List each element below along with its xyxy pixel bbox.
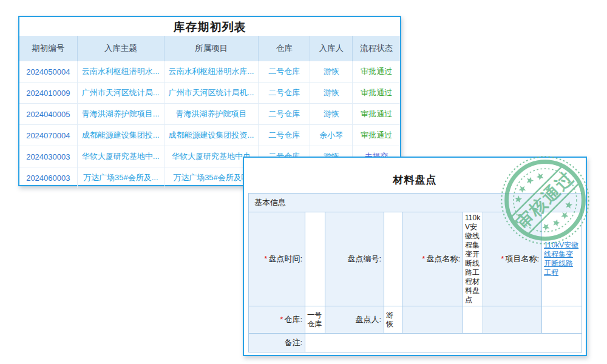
column-header-inbound-subject: 入库主题: [77, 36, 164, 61]
project-name-value: 110kV安徽线程集变开断线路工程: [542, 212, 582, 306]
column-header-project: 所属项目: [164, 36, 258, 61]
counter-value: 游恢: [384, 306, 402, 334]
cell-warehouse: 二号仓库: [259, 83, 310, 104]
column-header-flow-status: 流程状态: [353, 36, 400, 61]
counter-label: 盘点人:: [325, 306, 384, 334]
project-name-label: *项目名称:: [483, 212, 542, 306]
list-panel-title: 库存期初列表: [19, 17, 400, 36]
cell-opening-id[interactable]: 2024050004: [19, 61, 77, 83]
required-marker: *: [422, 254, 425, 263]
cell-inbound-person: 游恢: [310, 104, 353, 125]
cell-opening-id[interactable]: 2024070004: [19, 125, 77, 146]
remark-value: [305, 334, 582, 352]
remark-label: 备注:: [249, 334, 305, 352]
cell-inbound-person: 游恢: [310, 83, 353, 104]
form-panel-title: 材料盘点: [244, 158, 586, 193]
table-row: 2024010009 广州市天河区统计局... 广州市天河区统计局机... 二号…: [19, 83, 400, 104]
cell-project[interactable]: 成都能源建设集团投资...: [164, 125, 258, 146]
empty-value-cell: [463, 306, 483, 334]
material-stocktake-panel: 材料盘点 基本信息 *盘点时间: 盘点编号: *盘点名称: 110kV安徽线程集…: [243, 157, 587, 356]
status-badge: 审批通过: [353, 104, 400, 125]
cell-inbound-subject[interactable]: 云南水利枢纽潜明水...: [77, 61, 164, 83]
cell-opening-id[interactable]: 2024030003: [19, 146, 77, 167]
cell-warehouse: 二号仓库: [259, 61, 310, 83]
cell-warehouse: 二号仓库: [259, 104, 310, 125]
cell-opening-id[interactable]: 2024060003: [19, 167, 77, 189]
empty-label-cell: [402, 306, 463, 334]
table-row: 2024070004 成都能源建设集团投... 成都能源建设集团投资... 二号…: [19, 125, 400, 146]
cell-inbound-subject[interactable]: 广州市天河区统计局...: [77, 83, 164, 104]
cell-inbound-person: 游恢: [310, 61, 353, 83]
table-row: 2024040005 青海洪湖养护院项目... 青海洪湖养护院项目 二号仓库 游…: [19, 104, 400, 125]
cell-inbound-subject[interactable]: 华软大厦研究基地中...: [77, 146, 164, 167]
stocktake-basic-info-table: 基本信息 *盘点时间: 盘点编号: *盘点名称: 110kV安徽线程集变开断线路…: [248, 193, 582, 352]
required-marker: *: [280, 315, 283, 324]
count-number-value: [384, 212, 402, 306]
required-marker: *: [501, 254, 504, 263]
cell-project[interactable]: 云南水利枢纽潜明水库...: [164, 61, 258, 83]
cell-inbound-subject[interactable]: 青海洪湖养护院项目...: [77, 104, 164, 125]
cell-inbound-subject[interactable]: 万达广场35#会所及...: [77, 167, 164, 189]
count-time-label: *盘点时间:: [249, 212, 305, 306]
column-header-warehouse: 仓库: [259, 36, 310, 61]
count-number-label: 盘点编号:: [325, 212, 384, 306]
table-header-row: 期初编号 入库主题 所属项目 仓库 入库人 流程状态: [19, 36, 400, 61]
section-header-basic-info: 基本信息: [249, 194, 582, 212]
cell-project[interactable]: 广州市天河区统计局机...: [164, 83, 258, 104]
status-badge: 审批通过: [353, 83, 400, 104]
cell-inbound-subject[interactable]: 成都能源建设集团投...: [77, 125, 164, 146]
table-row: 2024050004 云南水利枢纽潜明水... 云南水利枢纽潜明水库... 二号…: [19, 61, 400, 83]
project-link[interactable]: 110kV安徽线程集变开断线路工程: [544, 241, 578, 277]
cell-opening-id[interactable]: 2024010009: [19, 83, 77, 104]
count-name-value: 110kV安徽线程集变开断线路工程材料盘点: [463, 212, 483, 306]
warehouse-label: *仓库:: [249, 306, 305, 334]
status-badge: 审批通过: [353, 61, 400, 83]
count-time-value: [305, 212, 325, 306]
cell-project[interactable]: 青海洪湖养护院项目: [164, 104, 258, 125]
column-header-opening-id: 期初编号: [19, 36, 77, 61]
cell-inbound-person: 余小琴: [310, 125, 353, 146]
empty-value-cell: [542, 306, 582, 334]
required-marker: *: [264, 254, 267, 263]
status-badge: 审批通过: [353, 125, 400, 146]
column-header-inbound-person: 入库人: [310, 36, 353, 61]
empty-label-cell: [483, 306, 542, 334]
cell-opening-id[interactable]: 2024040005: [19, 104, 77, 125]
warehouse-value: 一号仓库: [305, 306, 325, 334]
count-name-label: *盘点名称:: [402, 212, 463, 306]
cell-warehouse: 二号仓库: [259, 125, 310, 146]
